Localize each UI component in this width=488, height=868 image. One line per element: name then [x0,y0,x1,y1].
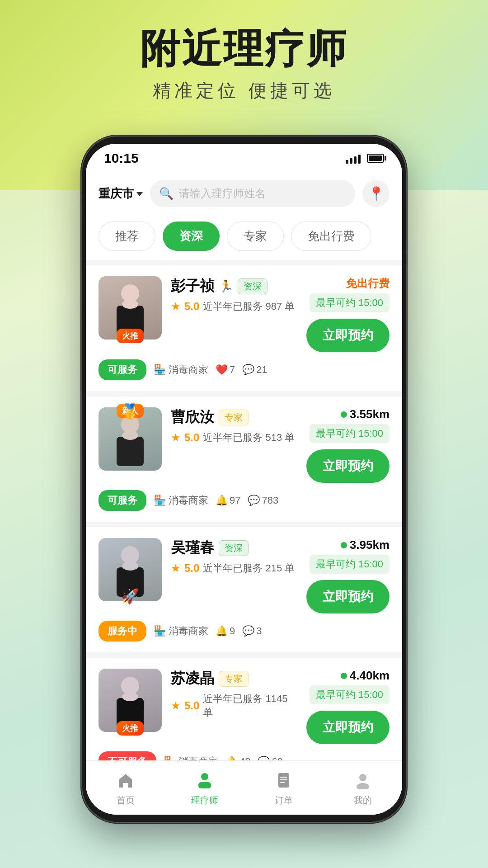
level-badge-4: 专家 [219,671,249,687]
bottom-nav: 首页 理疗师 [86,760,402,815]
review-icon-3: 💬 [242,625,254,637]
book-button-3[interactable]: 立即预约 [306,580,389,613]
book-button-2[interactable]: 立即预约 [306,449,389,483]
heart-icon-2: 🔔 [216,495,228,506]
therapist-name-1: 彭子祯 [171,276,214,296]
earliest-time-3: 最早可约 15:00 [310,555,389,574]
review-info-3: 💬 3 [242,625,262,637]
disinfect-info-1: 🏪 消毒商家 [154,363,208,377]
search-input-wrap[interactable]: 🔍 请输入理疗师姓名 [150,180,355,207]
earliest-time-2: 最早可约 15:00 [310,424,389,443]
location-button[interactable]: 📍 [362,180,389,207]
nav-item-therapist[interactable]: 理疗师 [165,769,244,807]
svg-rect-19 [280,779,287,780]
city-selector[interactable]: 重庆市 [99,186,143,202]
book-button-4[interactable]: 立即预约 [306,711,389,744]
heart-info-1: ❤️ 7 [216,364,235,376]
free-travel-badge-1: 免出行费 [346,276,389,291]
therapist-card-3: 🚀 吴瑾春 资深 ★ 5.0 近半年已服务 215 单 [86,527,402,652]
signal-icon [346,153,361,164]
orders-label-2: 近半年已服务 513 单 [203,431,295,444]
rating-2: 5.0 [184,431,199,444]
city-name: 重庆市 [99,186,134,202]
svg-point-15 [201,773,208,780]
svg-rect-16 [198,782,211,788]
heart-icon-3: 🔔 [216,625,228,637]
disinfect-info-2: 🏪 消毒商家 [154,494,208,507]
review-info-1: 💬 21 [242,364,267,376]
disinfect-icon-1: 🏪 [154,364,166,376]
nav-label-home: 首页 [117,794,135,807]
rating-4: 5.0 [184,699,199,712]
search-placeholder: 请输入理疗师姓名 [179,186,266,201]
star-icon-1: ★ [171,300,181,313]
card-info-4: 苏凌晶 专家 ★ 5.0 近半年已服务 1145 单 [171,669,297,719]
nav-label-profile: 我的 [354,794,372,807]
chevron-down-icon [136,192,143,196]
fire-badge-1: 火推 [117,329,144,343]
therapist-name-2: 曹欣汝 [171,407,214,427]
svg-point-11 [122,692,138,701]
therapist-card-2: 新人 🥇 曹欣汝 专家 ★ 5.0 近半年已服务 513 单 [86,396,402,522]
nav-item-profile[interactable]: 我的 [323,769,402,807]
distance-2: 3.55km [341,407,389,421]
search-area: 重庆市 🔍 请输入理疗师姓名 📍 [86,173,402,216]
avatar-wrap-1: 火推 [99,276,162,340]
disinfect-icon-2: 🏪 [154,495,166,506]
status-tag-1: 可服务 [99,359,146,380]
phone-screen: 10:15 重庆市 [86,144,402,815]
search-icon: 🔍 [159,187,174,201]
filter-tab-free-travel[interactable]: 免出行费 [291,222,371,251]
svg-rect-18 [280,777,287,778]
medal-icon-2: 🥇 [121,403,139,420]
fire-badge-4: 火推 [117,721,144,736]
rating-3: 5.0 [184,562,199,575]
nav-label-orders: 订单 [275,794,293,807]
svg-rect-20 [280,782,285,783]
card-bottom-2: 可服务 🏪 消毒商家 🔔 97 💬 783 [99,490,389,511]
order-icon [272,769,295,792]
svg-rect-4 [117,437,144,466]
star-icon-4: ★ [171,699,181,712]
page-header: 附近理疗师 精准定位 便捷可选 [0,0,488,103]
level-badge-3: 资深 [219,540,249,556]
earliest-time-1: 最早可约 15:00 [310,293,389,312]
phone-frame: 10:15 重庆市 [81,136,407,823]
therapist-icon [193,769,216,792]
status-time: 10:15 [104,151,139,166]
rocket-icon-3: 🚀 [121,588,139,605]
therapist-name-3: 吴瑾春 [171,538,214,558]
filter-tab-senior[interactable]: 资深 [163,222,220,251]
green-dot-3 [341,542,347,548]
run-icon-1: 🏃 [219,279,233,293]
location-icon: 📍 [368,186,385,202]
review-icon-2: 💬 [248,495,260,506]
nav-item-orders[interactable]: 订单 [244,769,323,807]
star-icon-2: ★ [171,431,181,444]
green-dot-2 [341,411,347,418]
filter-tab-expert[interactable]: 专家 [227,222,284,251]
card-right-3: 3.95km 最早可约 15:00 立即预约 [306,538,389,613]
svg-point-5 [122,431,138,440]
avatar-wrap-2: 新人 🥇 [99,407,162,471]
card-bottom-1: 可服务 🏪 消毒商家 ❤️ 7 💬 21 [99,359,389,380]
heart-info-3: 🔔 9 [216,625,235,637]
level-badge-1: 资深 [238,278,267,294]
card-right-1: 免出行费 最早可约 15:00 立即预约 [306,276,389,352]
nav-item-home[interactable]: 首页 [86,769,165,807]
therapist-card-1: 火推 彭子祯 🏃 资深 ★ 5.0 近半年已服务 987 单 [86,265,402,391]
distance-4: 4.40km [341,669,389,683]
heart-icon-1: ❤️ [216,364,228,376]
distance-3: 3.95km [341,538,389,552]
rating-1: 5.0 [184,300,199,313]
disinfect-info-3: 🏪 消毒商家 [154,624,208,638]
filter-tab-recommend[interactable]: 推荐 [99,222,155,251]
svg-point-21 [359,774,366,781]
page-subtitle: 精准定位 便捷可选 [0,78,488,103]
heart-info-2: 🔔 97 [216,495,240,506]
therapist-list: 火推 彭子祯 🏃 资深 ★ 5.0 近半年已服务 987 单 [86,260,402,815]
status-icons [346,153,384,164]
book-button-1[interactable]: 立即预约 [306,319,389,352]
disinfect-icon-3: 🏪 [154,625,166,637]
card-bottom-3: 服务中 🏪 消毒商家 🔔 9 💬 3 [99,621,389,642]
